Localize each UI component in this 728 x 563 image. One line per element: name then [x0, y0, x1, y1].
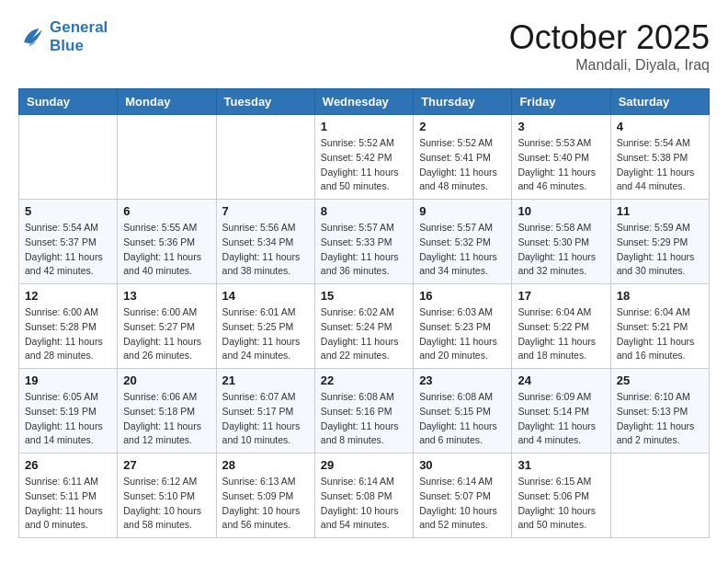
day-number: 5: [25, 204, 111, 218]
day-detail: Sunrise: 6:12 AMSunset: 5:10 PMDaylight:…: [123, 475, 210, 533]
calendar-cell: [19, 115, 118, 200]
day-number: 13: [123, 289, 210, 303]
day-detail: Sunrise: 6:06 AMSunset: 5:18 PMDaylight:…: [123, 390, 210, 448]
day-number: 4: [617, 120, 703, 133]
logo: General Blue: [18, 18, 108, 54]
day-number: 2: [419, 120, 506, 133]
day-number: 14: [222, 289, 309, 303]
day-detail: Sunrise: 5:58 AMSunset: 5:30 PMDaylight:…: [518, 221, 604, 279]
day-detail: Sunrise: 6:15 AMSunset: 5:06 PMDaylight:…: [518, 475, 604, 533]
page-header: General Blue October 2025 Mandali, Diyal…: [18, 18, 710, 74]
day-number: 29: [321, 458, 407, 472]
day-number: 21: [222, 373, 309, 387]
calendar-cell: 6Sunrise: 5:55 AMSunset: 5:36 PMDaylight…: [118, 200, 216, 284]
day-detail: Sunrise: 6:00 AMSunset: 5:27 PMDaylight:…: [123, 305, 210, 363]
day-detail: Sunrise: 6:10 AMSunset: 5:13 PMDaylight:…: [617, 390, 703, 448]
day-detail: Sunrise: 6:08 AMSunset: 5:15 PMDaylight:…: [419, 390, 506, 448]
day-number: 16: [419, 289, 506, 303]
day-detail: Sunrise: 6:14 AMSunset: 5:08 PMDaylight:…: [321, 475, 407, 533]
day-number: 12: [25, 289, 111, 303]
calendar-cell: 31Sunrise: 6:15 AMSunset: 5:06 PMDayligh…: [512, 454, 610, 538]
day-detail: Sunrise: 5:54 AMSunset: 5:38 PMDaylight:…: [617, 136, 703, 194]
header-thursday: Thursday: [414, 89, 512, 115]
week-row-5: 26Sunrise: 6:11 AMSunset: 5:11 PMDayligh…: [19, 454, 710, 538]
calendar-cell: 10Sunrise: 5:58 AMSunset: 5:30 PMDayligh…: [512, 200, 610, 284]
day-detail: Sunrise: 5:57 AMSunset: 5:32 PMDaylight:…: [419, 221, 506, 279]
calendar-cell: 1Sunrise: 5:52 AMSunset: 5:42 PMDaylight…: [314, 115, 413, 200]
day-number: 3: [518, 120, 604, 133]
calendar-cell: 15Sunrise: 6:02 AMSunset: 5:24 PMDayligh…: [314, 284, 413, 369]
day-detail: Sunrise: 6:01 AMSunset: 5:25 PMDaylight:…: [222, 305, 309, 363]
calendar-cell: 17Sunrise: 6:04 AMSunset: 5:22 PMDayligh…: [512, 284, 610, 369]
day-number: 20: [123, 373, 210, 387]
day-number: 28: [222, 458, 309, 472]
calendar-cell: 23Sunrise: 6:08 AMSunset: 5:15 PMDayligh…: [414, 369, 512, 454]
day-detail: Sunrise: 6:03 AMSunset: 5:23 PMDaylight:…: [419, 305, 506, 363]
calendar-cell: 26Sunrise: 6:11 AMSunset: 5:11 PMDayligh…: [19, 454, 118, 538]
day-detail: Sunrise: 6:04 AMSunset: 5:21 PMDaylight:…: [617, 305, 703, 363]
day-number: 19: [25, 373, 111, 387]
week-row-3: 12Sunrise: 6:00 AMSunset: 5:28 PMDayligh…: [19, 284, 710, 369]
day-detail: Sunrise: 5:53 AMSunset: 5:40 PMDaylight:…: [518, 136, 604, 194]
day-detail: Sunrise: 5:56 AMSunset: 5:34 PMDaylight:…: [222, 221, 309, 279]
day-number: 24: [518, 373, 604, 387]
calendar-cell: [118, 115, 216, 200]
week-row-2: 5Sunrise: 5:54 AMSunset: 5:37 PMDaylight…: [19, 200, 710, 284]
calendar-cell: 29Sunrise: 6:14 AMSunset: 5:08 PMDayligh…: [314, 454, 413, 538]
day-detail: Sunrise: 5:54 AMSunset: 5:37 PMDaylight:…: [25, 221, 111, 279]
day-detail: Sunrise: 6:13 AMSunset: 5:09 PMDaylight:…: [222, 475, 309, 533]
calendar-cell: 21Sunrise: 6:07 AMSunset: 5:17 PMDayligh…: [216, 369, 314, 454]
day-number: 9: [419, 204, 506, 218]
header-monday: Monday: [118, 89, 216, 115]
logo-icon: [18, 23, 46, 51]
calendar-cell: 22Sunrise: 6:08 AMSunset: 5:16 PMDayligh…: [314, 369, 413, 454]
calendar-cell: 14Sunrise: 6:01 AMSunset: 5:25 PMDayligh…: [216, 284, 314, 369]
calendar-cell: 27Sunrise: 6:12 AMSunset: 5:10 PMDayligh…: [118, 454, 216, 538]
day-detail: Sunrise: 6:09 AMSunset: 5:14 PMDaylight:…: [518, 390, 604, 448]
header-wednesday: Wednesday: [314, 89, 413, 115]
calendar-cell: 28Sunrise: 6:13 AMSunset: 5:09 PMDayligh…: [216, 454, 314, 538]
day-number: 10: [518, 204, 604, 218]
calendar-cell: 30Sunrise: 6:14 AMSunset: 5:07 PMDayligh…: [414, 454, 512, 538]
day-number: 1: [321, 120, 407, 133]
calendar-cell: 5Sunrise: 5:54 AMSunset: 5:37 PMDaylight…: [19, 200, 118, 284]
day-detail: Sunrise: 6:08 AMSunset: 5:16 PMDaylight:…: [321, 390, 407, 448]
day-detail: Sunrise: 5:52 AMSunset: 5:41 PMDaylight:…: [419, 136, 506, 194]
calendar-cell: 20Sunrise: 6:06 AMSunset: 5:18 PMDayligh…: [118, 369, 216, 454]
calendar-cell: 16Sunrise: 6:03 AMSunset: 5:23 PMDayligh…: [414, 284, 512, 369]
day-detail: Sunrise: 6:14 AMSunset: 5:07 PMDaylight:…: [419, 475, 506, 533]
day-number: 17: [518, 289, 604, 303]
calendar-cell: 25Sunrise: 6:10 AMSunset: 5:13 PMDayligh…: [610, 369, 709, 454]
calendar-table: Sunday Monday Tuesday Wednesday Thursday…: [18, 88, 710, 538]
calendar-cell: [610, 454, 709, 538]
calendar-cell: 9Sunrise: 5:57 AMSunset: 5:32 PMDaylight…: [414, 200, 512, 284]
calendar-cell: 4Sunrise: 5:54 AMSunset: 5:38 PMDaylight…: [610, 115, 709, 200]
header-sunday: Sunday: [19, 89, 118, 115]
header-tuesday: Tuesday: [216, 89, 314, 115]
calendar-cell: 24Sunrise: 6:09 AMSunset: 5:14 PMDayligh…: [512, 369, 610, 454]
day-number: 23: [419, 373, 506, 387]
header-saturday: Saturday: [610, 89, 709, 115]
day-detail: Sunrise: 5:59 AMSunset: 5:29 PMDaylight:…: [617, 221, 703, 279]
day-number: 7: [222, 204, 309, 218]
day-detail: Sunrise: 5:57 AMSunset: 5:33 PMDaylight:…: [321, 221, 407, 279]
day-number: 8: [321, 204, 407, 218]
day-number: 27: [123, 458, 210, 472]
calendar-cell: 12Sunrise: 6:00 AMSunset: 5:28 PMDayligh…: [19, 284, 118, 369]
calendar-cell: [216, 115, 314, 200]
day-number: 22: [321, 373, 407, 387]
day-number: 30: [419, 458, 506, 472]
day-detail: Sunrise: 6:04 AMSunset: 5:22 PMDaylight:…: [518, 305, 604, 363]
calendar-cell: 13Sunrise: 6:00 AMSunset: 5:27 PMDayligh…: [118, 284, 216, 369]
weekday-header-row: Sunday Monday Tuesday Wednesday Thursday…: [19, 89, 710, 115]
calendar-cell: 7Sunrise: 5:56 AMSunset: 5:34 PMDaylight…: [216, 200, 314, 284]
day-number: 6: [123, 204, 210, 218]
location: Mandali, Diyala, Iraq: [509, 57, 710, 74]
calendar-cell: 18Sunrise: 6:04 AMSunset: 5:21 PMDayligh…: [610, 284, 709, 369]
calendar-cell: 11Sunrise: 5:59 AMSunset: 5:29 PMDayligh…: [610, 200, 709, 284]
day-detail: Sunrise: 6:11 AMSunset: 5:11 PMDaylight:…: [25, 475, 111, 533]
day-detail: Sunrise: 5:52 AMSunset: 5:42 PMDaylight:…: [321, 136, 407, 194]
day-number: 18: [617, 289, 703, 303]
calendar-cell: 2Sunrise: 5:52 AMSunset: 5:41 PMDaylight…: [414, 115, 512, 200]
day-number: 15: [321, 289, 407, 303]
